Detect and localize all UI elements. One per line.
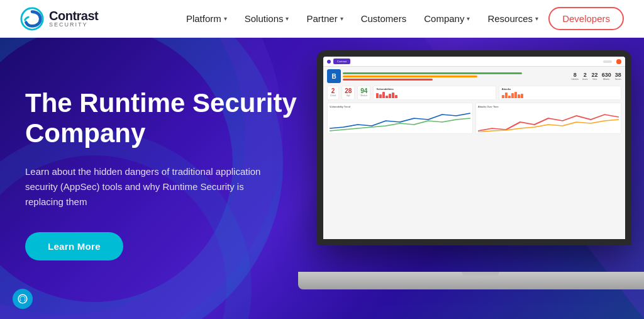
developers-button[interactable]: Developers xyxy=(548,7,624,30)
hero-title: The Runtime Security Company xyxy=(25,88,308,149)
navbar: Contrast SECURITY Platform ▾ Solutions ▾… xyxy=(0,0,644,38)
brand-name: Contrast xyxy=(49,9,98,22)
dash-logo xyxy=(327,60,331,64)
brand-sub: SECURITY xyxy=(49,22,98,28)
stat-item: 22 Vulns xyxy=(592,72,598,81)
trend-svg xyxy=(330,109,470,132)
chevron-down-icon: ▾ xyxy=(286,15,289,22)
logo-icon xyxy=(20,7,44,31)
chart-area xyxy=(330,109,470,132)
attack-bars xyxy=(502,92,618,98)
chat-widget-button[interactable] xyxy=(13,289,33,309)
chevron-down-icon: ▾ xyxy=(467,15,470,22)
laptop-illustration: Contrast B xyxy=(298,50,644,308)
chevron-down-icon: ▾ xyxy=(224,15,227,22)
nav-partner[interactable]: Partner ▾ xyxy=(299,8,350,29)
learn-more-button[interactable]: Learn More xyxy=(25,232,123,260)
chat-icon xyxy=(17,293,28,305)
nav-customers[interactable]: Customers xyxy=(353,8,414,29)
laptop: Contrast B xyxy=(298,50,644,289)
high-stat: 28 High xyxy=(341,86,355,100)
dash-header: Contrast xyxy=(323,57,625,67)
attack-chart-area xyxy=(478,109,619,132)
hero-section: The Runtime Security Company Learn about… xyxy=(0,38,644,319)
dashboard: Contrast B xyxy=(323,57,625,239)
logo[interactable]: Contrast SECURITY xyxy=(20,7,98,31)
stat-item: 630 Attacks xyxy=(602,72,611,81)
attack-svg xyxy=(478,109,619,132)
chevron-down-icon: ▾ xyxy=(535,15,538,22)
stat-item: 38 Servers xyxy=(615,72,621,81)
stat-item: 8 Libraries xyxy=(571,72,579,81)
critical-stat: 2 Critical xyxy=(327,86,339,100)
laptop-base xyxy=(298,272,644,289)
vulnerability-trend-chart: Vulnerability Trend xyxy=(327,103,473,134)
nav-menu: Platform ▾ Solutions ▾ Partner ▾ Custome… xyxy=(179,7,624,30)
attacks-section: Attacks xyxy=(499,86,621,100)
dash-body: B 8 Libraries xyxy=(323,67,625,239)
hero-description: Learn about the hidden dangers of tradit… xyxy=(25,164,277,210)
nav-solutions[interactable]: Solutions ▾ xyxy=(237,8,297,29)
summary-stats: 8 Libraries 2 Issues 22 xyxy=(571,72,621,81)
vulnerabilities-section: Vulnerabilities xyxy=(373,86,496,100)
laptop-notch xyxy=(462,272,499,276)
chevron-down-icon: ▾ xyxy=(340,15,343,22)
dash-tab: Contrast xyxy=(333,59,350,64)
attack-over-chart: Attacks Over Time xyxy=(475,103,621,134)
security-score: B xyxy=(327,69,341,83)
dash-row-1: B 8 Libraries xyxy=(327,69,621,83)
nav-company[interactable]: Company ▾ xyxy=(416,8,477,29)
dash-row-2: 2 Critical 28 High 94 Medium xyxy=(327,86,621,100)
score-bars xyxy=(343,69,567,83)
nav-platform[interactable]: Platform ▾ xyxy=(179,8,235,29)
logo-text: Contrast SECURITY xyxy=(49,9,98,28)
laptop-screen: Contrast B xyxy=(317,50,631,245)
dashboard-preview: Contrast B xyxy=(323,57,625,239)
hero-content: The Runtime Security Company Learn about… xyxy=(25,88,308,260)
vuln-bars xyxy=(376,92,492,98)
dash-row-3: Vulnerability Trend At xyxy=(327,103,621,134)
medium-stat: 94 Medium xyxy=(357,86,370,100)
nav-resources[interactable]: Resources ▾ xyxy=(480,8,546,29)
stat-item: 2 Issues xyxy=(582,72,588,81)
